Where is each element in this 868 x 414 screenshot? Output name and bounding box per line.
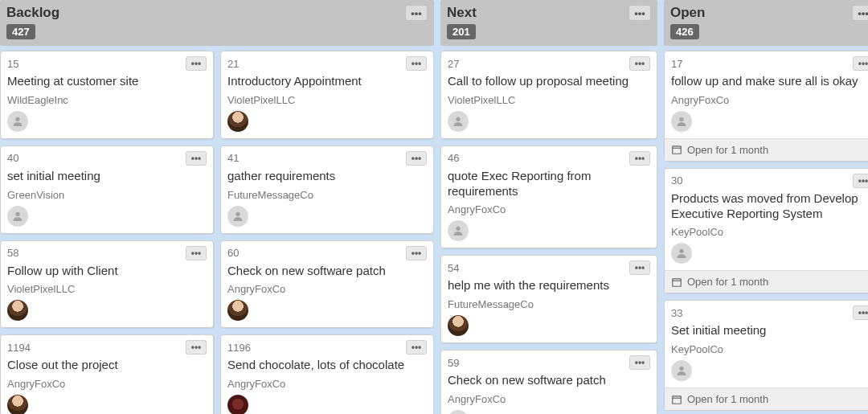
avatar [448,315,469,336]
card-menu-button[interactable]: ••• [406,246,427,260]
card-title: gather requirements [227,169,427,184]
card-subtitle: FutureMessageCo [448,298,650,310]
card[interactable]: 54•••help me with the requirementsFuture… [440,255,657,343]
card[interactable]: 58•••Follow up with ClientVioletPixelLLC [0,240,214,329]
lane-title: Next [447,5,477,21]
avatar [227,300,248,321]
card-title: Close out the project [7,358,207,373]
card-footer-text: Open for 1 month [687,276,768,288]
avatar [227,111,248,132]
card-id: 30 [671,174,682,187]
lane-menu-button[interactable]: ••• [628,5,651,21]
card-id: 46 [448,152,459,164]
card[interactable]: 30•••Products was moved from Develop Exe… [664,168,868,294]
card[interactable]: 41•••gather requirementsFutureMessageCo [220,146,434,234]
card-title: quote Exec Reporting from requirements [448,169,650,199]
lane-title: Backlog [6,5,59,21]
card[interactable]: 46•••quote Exec Reporting from requireme… [440,146,657,249]
avatar [671,111,692,132]
card-id: 40 [7,152,18,164]
avatar [7,300,28,321]
avatar [227,206,248,227]
card-menu-button[interactable]: ••• [629,56,650,71]
lane-backlog: Backlog•••42715•••Meeting at customer si… [0,0,434,414]
card-title: Check on new software patch [227,264,427,279]
card-menu-button[interactable]: ••• [406,151,427,166]
card-menu-button[interactable]: ••• [629,151,650,166]
lane-count-badge: 426 [670,24,699,39]
card[interactable]: 27•••Call to follow up proposal meetingV… [440,51,657,139]
card-menu-button[interactable]: ••• [406,56,427,71]
card[interactable]: 1196•••Send chocolate, lots of chocolate… [220,334,434,414]
lane-open: Open•••42617•••follow up and make sure a… [664,0,868,414]
card-menu-button[interactable]: ••• [186,56,207,71]
lane-count-badge: 201 [447,24,476,39]
card-title: Products was moved from Develop Executiv… [671,191,868,222]
card-menu-button[interactable]: ••• [186,151,207,166]
card-footer-text: Open for 1 month [687,144,768,156]
lane-menu-button[interactable]: ••• [852,5,868,21]
avatar [7,395,28,414]
card-footer: Open for 1 month [665,387,868,410]
card[interactable]: 40•••set initial meetingGreenVision [0,146,214,234]
card-id: 33 [671,307,682,319]
svg-point-8 [679,249,683,253]
card-title: help me with the requirements [448,278,650,293]
svg-rect-11 [673,396,682,403]
card-menu-button[interactable]: ••• [186,340,207,355]
card-id: 1196 [227,342,251,354]
card-id: 41 [227,152,239,164]
avatar [7,206,28,227]
lane-header: Backlog•••427 [0,0,434,46]
card-menu-button[interactable]: ••• [406,340,427,355]
avatar [448,220,469,241]
card-footer: Open for 1 month [665,270,868,293]
card-title: follow up and make sure all is okay [671,74,868,89]
card[interactable]: 15•••Meeting at customer siteWildEagleIn… [0,51,214,139]
card-title: Call to follow up proposal meeting [448,74,650,89]
card-subtitle: KeyPoolCo [671,226,868,238]
card-id: 60 [227,247,239,259]
card[interactable]: 33•••Set initial meetingKeyPoolCoOpen fo… [664,300,868,411]
card-subtitle: WildEagleInc [7,94,207,106]
svg-point-6 [679,117,683,121]
card[interactable]: 59•••Check on new software patchAngryFox… [440,350,657,414]
svg-point-0 [15,117,19,121]
lane-column: 27•••Call to follow up proposal meetingV… [440,51,657,414]
card[interactable]: 17•••follow up and make sure all is okay… [664,51,868,162]
lane-header: Open•••426 [664,0,868,46]
kanban-board: Backlog•••42715•••Meeting at customer si… [0,0,868,414]
card-id: 21 [227,58,239,70]
card-id: 27 [448,58,459,70]
card-title: Follow up with Client [7,264,207,279]
lane-title: Open [670,5,705,21]
svg-point-10 [679,367,683,371]
card-id: 54 [448,262,459,274]
card[interactable]: 1194•••Close out the projectAngryFoxCo [0,334,214,414]
card-subtitle: AngryFoxCo [671,94,868,106]
card-menu-button[interactable]: ••• [853,56,868,71]
card-menu-button[interactable]: ••• [629,260,650,275]
card-subtitle: AngryFoxCo [7,378,207,390]
card-menu-button[interactable]: ••• [853,174,868,188]
card[interactable]: 21•••Introductory AppointmentVioletPixel… [220,51,434,139]
card-id: 59 [448,357,459,369]
lane-menu-button[interactable]: ••• [405,5,428,21]
card-subtitle: AngryFoxCo [227,283,427,295]
card[interactable]: 60•••Check on new software patchAngryFox… [220,240,434,329]
card-id: 15 [7,58,18,70]
lane-column: 21•••Introductory AppointmentVioletPixel… [220,51,434,414]
avatar [448,111,469,132]
card-menu-button[interactable]: ••• [629,355,650,370]
card-menu-button[interactable]: ••• [186,246,207,260]
card-subtitle: AngryFoxCo [448,203,650,215]
card-menu-button[interactable]: ••• [853,305,868,320]
avatar [448,410,469,414]
card-title: Set initial meeting [671,323,868,338]
svg-point-2 [235,211,240,215]
card-title: Check on new software patch [448,373,650,388]
svg-rect-9 [673,279,682,286]
svg-rect-7 [673,146,682,154]
card-subtitle: FutureMessageCo [227,189,427,201]
card-title: Introductory Appointment [227,74,427,89]
